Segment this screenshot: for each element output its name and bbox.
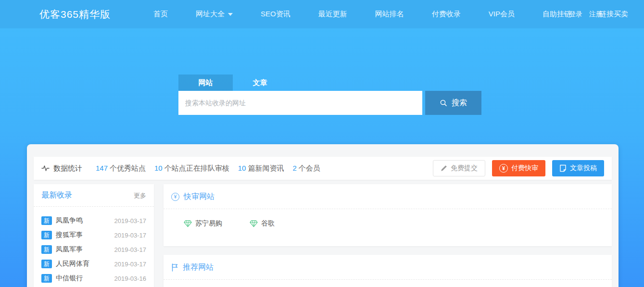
hero-search: 网站 文章 搜索 xyxy=(178,75,481,115)
nav-item-label: 链接买卖 xyxy=(599,10,628,19)
site-date: 2019-03-17 xyxy=(114,217,147,225)
quick-site-link[interactable]: 苏宁易购 xyxy=(184,219,222,228)
nav-item-seo-news[interactable]: SEO资讯 xyxy=(247,0,304,28)
search-button-label: 搜索 xyxy=(452,98,467,108)
nav-item-label: VIP会员 xyxy=(489,10,515,19)
stat-label: 篇新闻资讯 xyxy=(248,164,284,172)
flag-icon xyxy=(171,263,178,272)
more-link[interactable]: 更多 xyxy=(134,191,146,200)
quick-audit-header: ¥ 快审网站 xyxy=(164,184,612,209)
stat-number: 10 xyxy=(154,164,163,172)
main-container: 数据统计 147个优秀站点 10个站点正在排队审核 10篇新闻资讯 2个会员 免… xyxy=(27,144,619,287)
quick-site-link[interactable]: 谷歌 xyxy=(250,219,275,228)
yen-circle-icon: ¥ xyxy=(499,164,508,173)
site-date: 2019-03-17 xyxy=(114,261,147,268)
nav-item-recent-updates[interactable]: 最近更新 xyxy=(304,0,361,28)
nav-menu: 首页 网址大全 SEO资讯 最近更新 网站排名 付费收录 VIP会员 自助挂链 … xyxy=(139,0,642,28)
top-navbar: 优客365精华版 首页 网址大全 SEO资讯 最近更新 网站排名 付费收录 VI… xyxy=(0,0,644,28)
nav-item-label: 网站排名 xyxy=(375,10,404,19)
nav-item-label: 首页 xyxy=(153,10,168,19)
register-link[interactable]: 注册 xyxy=(589,10,603,19)
article-submit-button[interactable]: 文章投稿 xyxy=(552,160,604,176)
nav-item-label: 最近更新 xyxy=(318,10,347,19)
stats-actions: 免费提交 ¥ 付费快审 文章投稿 xyxy=(433,160,604,176)
recommended-sites-title: 推荐网站 xyxy=(183,262,214,273)
quick-site-label: 谷歌 xyxy=(261,219,275,228)
site-date: 2019-03-16 xyxy=(114,275,147,282)
new-badge: 新 xyxy=(41,231,52,239)
nav-item-home[interactable]: 首页 xyxy=(139,0,182,28)
pencil-icon xyxy=(441,165,447,172)
recommended-sites-header: 推荐网站 xyxy=(164,255,612,280)
site-name[interactable]: 凤凰军事 xyxy=(56,245,83,254)
list-item[interactable]: 新 凤凰军事 2019-03-17 xyxy=(41,242,146,257)
new-badge: 新 xyxy=(41,216,52,225)
list-item[interactable]: 新 凤凰争鸣 2019-03-17 xyxy=(41,213,146,228)
site-name[interactable]: 人民网体育 xyxy=(56,260,89,268)
new-badge: 新 xyxy=(41,274,52,283)
pulse-icon xyxy=(41,164,50,172)
nav-item-label: SEO资讯 xyxy=(261,10,290,19)
site-name[interactable]: 搜狐军事 xyxy=(56,231,83,239)
site-logo[interactable]: 优客365精华版 xyxy=(39,8,111,21)
auth-links: 登录 注册 xyxy=(569,0,603,28)
stat-label: 个优秀站点 xyxy=(110,164,146,172)
tab-article[interactable]: 文章 xyxy=(233,75,287,91)
quick-audit-body: 苏宁易购 谷歌 xyxy=(164,209,612,228)
stats-title-label: 数据统计 xyxy=(53,164,82,173)
quick-site-label: 苏宁易购 xyxy=(195,219,222,228)
stat-members: 2个会员 xyxy=(292,164,320,173)
stat-excellent-sites: 147个优秀站点 xyxy=(96,164,146,173)
site-name[interactable]: 中信银行 xyxy=(56,274,83,283)
gem-icon xyxy=(184,220,192,227)
main-column: ¥ 快审网站 苏宁易购 xyxy=(164,184,612,287)
quick-audit-panel: ¥ 快审网站 苏宁易购 xyxy=(164,184,612,246)
stat-queued-sites: 10个站点正在排队审核 xyxy=(154,164,229,173)
latest-listings-list: 新 凤凰争鸣 2019-03-17 新 搜狐军事 2019-03-17 新 凤凰… xyxy=(34,207,154,286)
latest-listings-title: 最新收录 xyxy=(41,190,72,200)
yen-circle-icon: ¥ xyxy=(171,193,179,201)
list-item[interactable]: 新 搜狐军事 2019-03-17 xyxy=(41,228,146,242)
login-link[interactable]: 登录 xyxy=(569,10,582,19)
stats-items: 147个优秀站点 10个站点正在排队审核 10篇新闻资讯 2个会员 xyxy=(96,164,320,173)
nav-item-site-ranking[interactable]: 网站排名 xyxy=(361,0,418,28)
latest-listings-header: 最新收录 更多 xyxy=(34,184,154,207)
stat-label: 个站点正在排队审核 xyxy=(164,164,229,172)
content-row: 最新收录 更多 新 凤凰争鸣 2019-03-17 新 搜狐军事 2019-03… xyxy=(34,184,612,287)
search-button[interactable]: 搜索 xyxy=(425,91,481,115)
stat-number: 147 xyxy=(96,164,108,172)
stat-number: 10 xyxy=(238,164,246,172)
search-input[interactable] xyxy=(178,91,422,115)
gem-icon xyxy=(250,220,258,227)
tab-website[interactable]: 网站 xyxy=(178,75,233,91)
paid-audit-button[interactable]: ¥ 付费快审 xyxy=(492,160,545,176)
search-tabs: 网站 文章 xyxy=(178,75,481,91)
free-submit-button[interactable]: 免费提交 xyxy=(433,160,485,176)
nav-item-paid-listing[interactable]: 付费收录 xyxy=(418,0,475,28)
article-submit-label: 文章投稿 xyxy=(570,164,597,173)
stat-news-articles: 10篇新闻资讯 xyxy=(238,164,284,173)
nav-item-directory[interactable]: 网址大全 xyxy=(182,0,247,28)
nav-item-vip[interactable]: VIP会员 xyxy=(475,0,529,28)
chevron-down-icon xyxy=(228,13,233,16)
list-item[interactable]: 新 人民网体育 2019-03-17 xyxy=(41,257,146,271)
stat-label: 个会员 xyxy=(299,164,320,172)
recommended-sites-panel: 推荐网站 xyxy=(164,255,612,287)
stat-number: 2 xyxy=(292,164,296,172)
nav-item-label: 付费收录 xyxy=(432,10,461,19)
quick-audit-title: 快审网站 xyxy=(184,192,215,202)
stats-title: 数据统计 xyxy=(41,164,82,173)
free-submit-label: 免费提交 xyxy=(451,164,478,173)
site-date: 2019-03-17 xyxy=(114,246,147,253)
nav-item-label: 自助挂链 xyxy=(543,10,571,19)
latest-listings-panel: 最新收录 更多 新 凤凰争鸣 2019-03-17 新 搜狐军事 2019-03… xyxy=(34,184,154,287)
new-badge: 新 xyxy=(41,245,52,254)
paid-audit-label: 付费快审 xyxy=(511,164,538,173)
new-badge: 新 xyxy=(41,260,52,268)
document-icon xyxy=(559,164,567,172)
list-item[interactable]: 新 中信银行 2019-03-16 xyxy=(41,271,146,286)
nav-item-label: 网址大全 xyxy=(196,10,225,19)
search-bar: 搜索 xyxy=(178,91,481,115)
stats-bar: 数据统计 147个优秀站点 10个站点正在排队审核 10篇新闻资讯 2个会员 免… xyxy=(34,157,612,180)
site-name[interactable]: 凤凰争鸣 xyxy=(56,216,83,225)
